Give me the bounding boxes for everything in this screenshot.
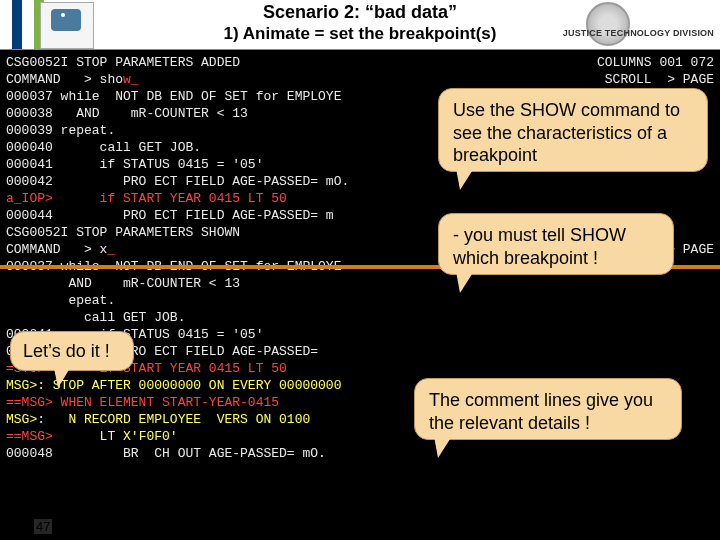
term-row: call GET JOB. bbox=[6, 309, 714, 326]
callout-show-command: Use the SHOW command to see the characte… bbox=[438, 88, 708, 172]
callout-tail bbox=[456, 271, 474, 293]
term-row: 000048 BR CH OUT AGE-PASSED= mO. bbox=[6, 445, 714, 462]
callout-tail bbox=[54, 368, 70, 388]
callout-tail bbox=[434, 436, 452, 458]
term-row: AND mR-COUNTER < 13 bbox=[6, 275, 714, 292]
title-area: Scenario 2: “bad data” 1) Animate = set … bbox=[130, 2, 590, 44]
slide-header: Scenario 2: “bad data” 1) Animate = set … bbox=[0, 0, 720, 50]
callout-comment-lines: The comment lines give you the relevant … bbox=[414, 378, 682, 440]
title-line-1: Scenario 2: “bad data” bbox=[130, 2, 590, 23]
term-row: COMMAND > show_SCROLL > PAGE bbox=[6, 71, 714, 88]
term-row: 000042 PRO ECT FIELD AGE-PASSED= mO. bbox=[6, 173, 714, 190]
title-line-2: 1) Animate = set the breakpoint(s) bbox=[130, 24, 590, 44]
callout-lets-do-it: Let’s do it ! bbox=[10, 331, 134, 371]
left-color-bars bbox=[0, 0, 44, 49]
tv-logo bbox=[40, 2, 94, 49]
slide-number: 47 bbox=[34, 519, 52, 534]
seal-icon bbox=[586, 2, 630, 46]
justice-label: JUSTICE TECHNOLOGY DIVISION bbox=[563, 28, 714, 38]
callout-which-breakpoint: - you must tell SHOW which breakpoint ! bbox=[438, 213, 674, 275]
term-row: epeat. bbox=[6, 292, 714, 309]
term-row: CSG0052I STOP PARAMETERS ADDEDCOLUMNS 00… bbox=[6, 54, 714, 71]
term-row: a_IOP> if START YEAR 0415 LT 50 bbox=[6, 190, 714, 207]
callout-tail bbox=[456, 168, 474, 190]
